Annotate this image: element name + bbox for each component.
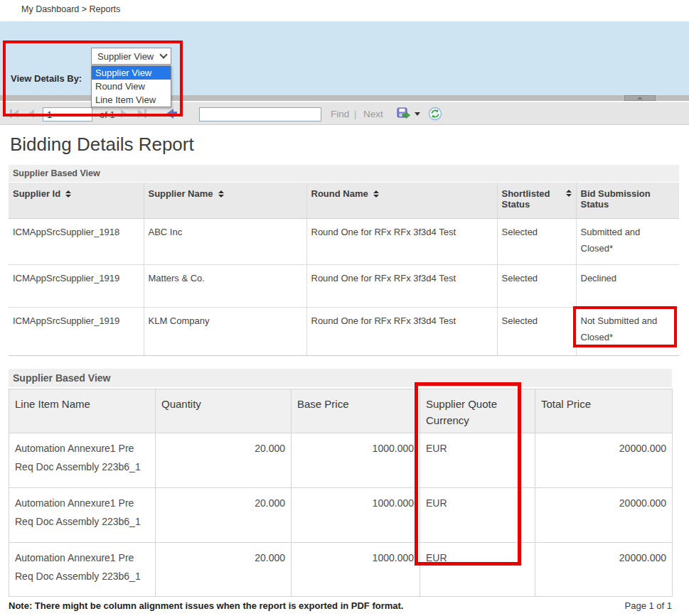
- column-header-bid-submission-status[interactable]: Bid Submission Status: [576, 183, 679, 218]
- column-header-total-price: Total Price: [535, 389, 673, 433]
- cell-quantity: 20.000: [156, 488, 292, 543]
- view-details-select[interactable]: Supplier View: [91, 48, 171, 65]
- cell-bid-submission-status: Declined: [576, 264, 679, 307]
- cell-supplier-id: ICMAppSrcSupplier_1918: [9, 218, 144, 264]
- cell-quantity: 20.000: [156, 433, 292, 488]
- find-text-input[interactable]: [199, 107, 321, 121]
- cell-bid-submission-status: Submitted and Closed*: [576, 218, 679, 264]
- table-row: ICMAppSrcSupplier_1919 Matters & Co. Rou…: [9, 264, 679, 307]
- dropdown-option-line-item-view[interactable]: Line Item View: [92, 93, 171, 107]
- first-page-icon-arrow: [13, 109, 18, 118]
- first-page-icon: [10, 109, 12, 118]
- cell-line-item-name: Automation Annexure1 Pre Req Doc Assembl…: [9, 543, 156, 597]
- pdf-export-note: Note: There might be column alignment is…: [9, 600, 403, 611]
- column-header-supplier-quote-currency: Supplier Quote Currency: [420, 389, 535, 433]
- cell-round-name: Round One for RFx RFx 3f3d4 Test: [306, 307, 497, 355]
- cell-base-price: 1000.000: [292, 433, 420, 488]
- column-header-shortlisted-status[interactable]: Shortlisted Status: [497, 183, 576, 218]
- find-next-separator: |: [354, 109, 356, 119]
- column-header-quantity: Quantity: [156, 389, 292, 433]
- first-page-button[interactable]: [10, 109, 18, 118]
- column-header-label: Supplier Name: [149, 188, 213, 199]
- cell-supplier-quote-currency: EUR: [420, 433, 535, 488]
- selected-view-value: Supplier View: [97, 51, 161, 62]
- cell-supplier-name: KLM Company: [144, 307, 306, 355]
- table-row: Automation Annexure1 Pre Req Doc Assembl…: [9, 488, 673, 543]
- column-header-label: Bid Submission Status: [581, 188, 651, 210]
- dropdown-option-supplier-view[interactable]: Supplier View: [92, 66, 171, 80]
- cell-bid-submission-status: Not Submitted and Closed*: [576, 307, 679, 355]
- cell-line-item-name: Automation Annexure1 Pre Req Doc Assembl…: [9, 433, 156, 488]
- previous-page-icon: [28, 109, 34, 118]
- column-header-line-item-name: Line Item Name: [9, 389, 156, 433]
- back-arrow-icon-tail: [173, 112, 177, 117]
- next-page-button[interactable]: [121, 109, 127, 118]
- column-header-label: Shortlisted Status: [502, 188, 553, 210]
- cell-line-item-name: Automation Annexure1 Pre Req Doc Assembl…: [9, 488, 156, 543]
- column-header-supplier-name[interactable]: Supplier Name: [144, 183, 306, 218]
- export-save-icon: [397, 107, 411, 120]
- page-indicator: Page 1 of 1: [625, 600, 673, 611]
- line-item-table: Line Item Name Quantity Base Price Suppl…: [9, 389, 673, 597]
- splitter-collapse-handle[interactable]: [624, 95, 656, 101]
- cell-shortlisted-status: Selected: [497, 307, 576, 355]
- cell-shortlisted-status: Selected: [497, 218, 576, 264]
- dropdown-option-round-view[interactable]: Round View: [92, 80, 171, 93]
- cell-supplier-id: ICMAppSrcSupplier_1919: [9, 264, 144, 307]
- last-page-icon: [144, 109, 146, 118]
- cell-total-price: 20000.000: [535, 433, 673, 488]
- page-count-label: of 1: [100, 109, 115, 120]
- supplier-section-title: Supplier Based View: [13, 168, 100, 178]
- sort-icon: [373, 190, 379, 198]
- supplier-table-header-row: Supplier Id Supplier Name Round Name Sho…: [9, 183, 679, 218]
- line-item-section-header: Supplier Based View: [9, 369, 672, 387]
- column-header-base-price: Base Price: [292, 389, 420, 433]
- splitter-grip-icon: [637, 97, 643, 99]
- line-item-section-title: Supplier Based View: [13, 372, 110, 384]
- view-details-by-label: View Details By:: [11, 73, 82, 84]
- export-dropdown-caret-icon: [415, 112, 420, 116]
- view-details-dropdown-list: Supplier View Round View Line Item View: [91, 65, 171, 107]
- breadcrumb[interactable]: My Dashboard > Reports: [21, 4, 120, 14]
- refresh-icon: [428, 107, 442, 121]
- report-footer: Note: There might be column alignment is…: [9, 600, 672, 611]
- back-to-parent-button[interactable]: [166, 109, 177, 119]
- next-page-icon: [121, 109, 127, 118]
- cell-total-price: 20000.000: [535, 488, 673, 543]
- last-page-icon-arrow: [138, 109, 144, 118]
- cell-quantity: 20.000: [156, 543, 292, 597]
- chevron-down-icon: [159, 50, 167, 58]
- cell-supplier-quote-currency: EUR: [420, 543, 535, 597]
- column-header-label: Supplier Id: [13, 188, 60, 199]
- report-viewer-screen: My Dashboard > Reports View Details By: …: [0, 0, 689, 616]
- column-header-round-name[interactable]: Round Name: [306, 183, 497, 218]
- sort-icon: [218, 190, 224, 198]
- page-title: Bidding Details Report: [10, 134, 194, 156]
- sort-icon: [566, 190, 572, 197]
- table-row: ICMAppSrcSupplier_1918 ABC Inc Round One…: [9, 218, 679, 264]
- back-arrow-icon: [166, 109, 173, 119]
- cell-supplier-id: ICMAppSrcSupplier_1919: [9, 307, 144, 355]
- cell-base-price: 1000.000: [292, 488, 420, 543]
- cell-supplier-name: Matters & Co.: [144, 264, 306, 307]
- find-next-button[interactable]: Next: [363, 109, 383, 119]
- cell-shortlisted-status: Selected: [497, 264, 576, 307]
- cell-round-name: Round One for RFx RFx 3f3d4 Test: [306, 218, 497, 264]
- cell-supplier-name: ABC Inc: [144, 218, 306, 264]
- column-header-label: Round Name: [311, 188, 368, 199]
- last-page-button[interactable]: [138, 109, 146, 118]
- cell-supplier-quote-currency: EUR: [420, 488, 535, 543]
- line-item-table-header-row: Line Item Name Quantity Base Price Suppl…: [9, 389, 673, 433]
- table-row: Automation Annexure1 Pre Req Doc Assembl…: [9, 543, 673, 597]
- page-number-input[interactable]: [43, 107, 92, 121]
- table-row: ICMAppSrcSupplier_1919 KLM Company Round…: [9, 307, 679, 355]
- supplier-table: Supplier Id Supplier Name Round Name Sho…: [9, 183, 679, 356]
- cell-round-name: Round One for RFx RFx 3f3d4 Test: [306, 264, 497, 307]
- previous-page-button[interactable]: [28, 109, 34, 118]
- supplier-section-header: Supplier Based View: [9, 165, 679, 182]
- find-button[interactable]: Find: [331, 109, 349, 119]
- refresh-button[interactable]: [428, 107, 442, 121]
- column-header-supplier-id[interactable]: Supplier Id: [9, 183, 144, 218]
- cell-base-price: 1000.000: [292, 543, 420, 597]
- export-button[interactable]: [397, 107, 420, 120]
